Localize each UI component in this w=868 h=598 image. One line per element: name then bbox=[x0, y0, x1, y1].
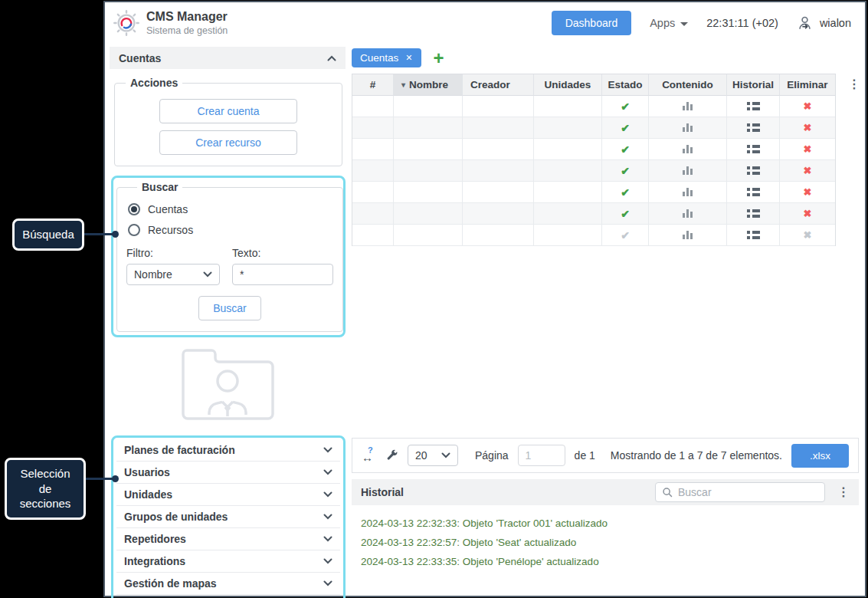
table-settings-wrench-icon[interactable] bbox=[386, 449, 398, 462]
app-title: CMS Manager bbox=[146, 10, 228, 24]
estado-check-icon: ✔ bbox=[621, 143, 630, 156]
historial-search-input[interactable] bbox=[678, 486, 818, 498]
historial-list-icon[interactable] bbox=[747, 231, 760, 239]
filtro-select[interactable]: Nombre bbox=[126, 264, 220, 285]
texto-input[interactable] bbox=[232, 264, 333, 285]
buscar-button[interactable]: Buscar bbox=[198, 296, 261, 320]
page-size-select[interactable]: 20 bbox=[408, 445, 458, 466]
page-number-input[interactable] bbox=[518, 445, 565, 466]
sidebar-section-item[interactable]: Unidades bbox=[116, 484, 340, 506]
chevron-down-icon bbox=[323, 558, 332, 564]
table-footer: ? ↔ 20 Página de 1 Mostrando de bbox=[352, 438, 859, 473]
eliminar-icon[interactable]: ✖ bbox=[804, 165, 812, 176]
historial-list-icon[interactable] bbox=[747, 166, 760, 175]
historial-list-icon[interactable] bbox=[747, 123, 760, 132]
cell-num bbox=[352, 182, 394, 203]
annotation-secciones: Selección de secciones bbox=[5, 458, 86, 520]
cell-num bbox=[352, 139, 394, 160]
eliminar-icon[interactable]: ✖ bbox=[804, 186, 812, 198]
sidebar-section-item[interactable]: Papelera de reciclaje bbox=[116, 595, 340, 598]
app-window: CMS Manager Sistema de gestión Dashboard… bbox=[103, 1, 866, 597]
sections-list: Planes de facturaciónUsuariosUnidadesGru… bbox=[111, 435, 346, 598]
sidebar-section-item[interactable]: Usuarios bbox=[116, 462, 340, 484]
sidebar-section-item[interactable]: Grupos de unidades bbox=[116, 506, 340, 528]
eliminar-icon: ✖ bbox=[804, 229, 812, 241]
cell-num bbox=[352, 96, 394, 117]
contenido-chart-icon[interactable] bbox=[683, 231, 693, 239]
chevron-down-icon bbox=[203, 271, 212, 278]
dashboard-button[interactable]: Dashboard bbox=[552, 11, 632, 35]
historial-list-icon[interactable] bbox=[747, 188, 760, 196]
historial-list-icon[interactable] bbox=[747, 209, 760, 218]
radio-cuentas[interactable]: Cuentas bbox=[128, 203, 333, 215]
table-menu-kebab-icon[interactable]: ⋮ bbox=[843, 78, 865, 90]
caret-down-icon bbox=[680, 22, 688, 26]
cell-creador bbox=[463, 117, 534, 139]
column-header-contenido[interactable]: Contenido bbox=[649, 74, 727, 96]
crear-recurso-button[interactable]: Crear recurso bbox=[159, 130, 297, 155]
estado-check-icon: ✔ bbox=[621, 165, 630, 177]
sidebar-panel-header[interactable]: Cuentas bbox=[110, 47, 346, 69]
tab-bar: Cuentas ✕ + bbox=[352, 48, 859, 67]
eliminar-icon[interactable]: ✖ bbox=[804, 143, 812, 155]
column-header-eliminar[interactable]: Eliminar bbox=[780, 74, 835, 96]
table-row[interactable]: ✔✖ bbox=[352, 225, 835, 246]
contenido-chart-icon[interactable] bbox=[683, 123, 693, 132]
column-header-nombre[interactable]: ▾Nombre bbox=[394, 74, 463, 96]
column-header-creador[interactable]: Creador bbox=[463, 74, 534, 96]
annotation-busqueda: Búsqueda bbox=[12, 219, 84, 251]
buscar-highlight-box: Buscar Cuentas Recursos Filtro: Nombr bbox=[111, 176, 346, 337]
tab-cuentas[interactable]: Cuentas ✕ bbox=[352, 48, 421, 67]
user-menu[interactable]: wialon bbox=[797, 15, 851, 31]
sidebar: Cuentas Acciones Crear cuenta Crear recu… bbox=[105, 44, 349, 596]
cell-creador bbox=[463, 160, 534, 182]
apps-menu[interactable]: Apps bbox=[650, 17, 688, 29]
cell-unidades bbox=[534, 160, 602, 182]
acciones-group: Acciones Crear cuenta Crear recurso bbox=[114, 77, 342, 166]
historial-search[interactable] bbox=[655, 482, 825, 502]
table-row[interactable]: ✔✖ bbox=[352, 182, 835, 203]
cms-logo-gear-icon bbox=[113, 9, 140, 37]
historial-list-icon[interactable] bbox=[747, 102, 760, 110]
historial-list-icon[interactable] bbox=[747, 145, 760, 153]
export-xlsx-button[interactable]: .xlsx bbox=[791, 444, 849, 468]
page-of-label: de 1 bbox=[575, 449, 595, 462]
column-header-estado[interactable]: Estado bbox=[602, 74, 649, 96]
sort-desc-icon: ▾ bbox=[401, 80, 405, 89]
eliminar-icon[interactable]: ✖ bbox=[804, 122, 812, 133]
radio-selected-icon[interactable] bbox=[128, 203, 140, 215]
contenido-chart-icon[interactable] bbox=[683, 209, 693, 218]
user-icon bbox=[797, 15, 813, 31]
contenido-chart-icon[interactable] bbox=[683, 145, 693, 153]
contenido-chart-icon[interactable] bbox=[683, 188, 693, 196]
main-panel: Cuentas ✕ + #▾NombreCreadorUnidadesEstad… bbox=[349, 44, 865, 596]
buscar-legend: Buscar bbox=[137, 181, 182, 193]
autofit-columns-icon[interactable]: ? ↔ bbox=[362, 448, 377, 463]
eliminar-icon[interactable]: ✖ bbox=[804, 100, 812, 112]
table-row[interactable]: ✔✖ bbox=[352, 139, 835, 160]
contenido-chart-icon[interactable] bbox=[683, 102, 693, 110]
tab-close-icon[interactable]: ✕ bbox=[405, 54, 412, 62]
sidebar-section-item[interactable]: Integrations bbox=[116, 550, 340, 573]
sidebar-section-item[interactable]: Gestión de mapas bbox=[116, 573, 340, 595]
radio-unselected-icon[interactable] bbox=[128, 224, 140, 236]
historial-menu-kebab-icon[interactable]: ⋮ bbox=[833, 486, 854, 498]
cell-unidades bbox=[534, 182, 602, 203]
column-header-historial[interactable]: Historial bbox=[727, 74, 780, 96]
column-header-num[interactable]: # bbox=[352, 74, 394, 96]
eliminar-icon[interactable]: ✖ bbox=[804, 208, 812, 219]
radio-recursos[interactable]: Recursos bbox=[128, 224, 333, 236]
table-row[interactable]: ✔✖ bbox=[352, 96, 835, 117]
table-row[interactable]: ✔✖ bbox=[352, 117, 835, 139]
sidebar-section-item[interactable]: Repetidores bbox=[116, 528, 340, 550]
column-header-unidades[interactable]: Unidades bbox=[534, 74, 602, 96]
crear-cuenta-button[interactable]: Crear cuenta bbox=[159, 99, 297, 123]
buscar-group: Buscar Cuentas Recursos Filtro: Nombr bbox=[116, 181, 343, 332]
log-entry: 2024-03-13 22:32:57: Objeto 'Seat' actua… bbox=[361, 537, 850, 548]
chevron-down-icon bbox=[323, 536, 332, 542]
table-row[interactable]: ✔✖ bbox=[352, 160, 835, 182]
sidebar-section-item[interactable]: Planes de facturación bbox=[116, 439, 340, 462]
add-tab-button[interactable]: + bbox=[434, 49, 444, 67]
table-row[interactable]: ✔✖ bbox=[352, 203, 835, 225]
contenido-chart-icon[interactable] bbox=[683, 166, 693, 175]
